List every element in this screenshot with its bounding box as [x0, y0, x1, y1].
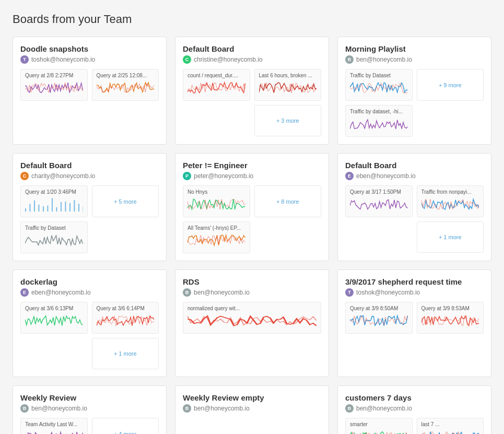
- owner-email: ben@honeycomb.io: [194, 289, 250, 296]
- board-content: Team Activity Last W...+ 4 moreTeam Acti…: [20, 418, 159, 434]
- chart-label: Query at 3/6 6:13PM: [25, 306, 83, 311]
- board-header: customers 7 daysBben@honeycomb.io: [345, 393, 484, 413]
- board-card-doodle-snapshots[interactable]: Doodle snapshotsTtoshok@honeycomb.ioQuer…: [13, 37, 167, 145]
- chart-tile[interactable]: Query at 3/6 6:13PM: [20, 302, 88, 334]
- board-card-default-board-3[interactable]: Default BoardEeben@honeycomb.ioQuery at …: [337, 153, 491, 261]
- board-name: Weekly Review: [20, 393, 159, 402]
- chart-tile[interactable]: Query at 3/17 1:50PM: [345, 185, 413, 217]
- owner-email: eben@honeycomb.io: [356, 172, 416, 180]
- avatar: B: [345, 404, 354, 413]
- board-content: smarterlast 7 ...+ 2 morelast 7 days: [345, 418, 484, 434]
- board-owner: Ttoshok@honeycomb.io: [345, 288, 484, 297]
- more-badge-bottom[interactable]: + 1 more: [92, 338, 159, 369]
- avatar: T: [345, 288, 354, 297]
- board-content: Query at 1/20 3:46PM+ 5 moreTraffic by D…: [20, 185, 159, 253]
- more-badge[interactable]: + 9 more: [417, 69, 484, 101]
- owner-email: eben@honeycomb.io: [31, 289, 91, 296]
- svg-rect-9: [65, 202, 66, 212]
- chart-tile[interactable]: Traffic by Dataset: [20, 221, 88, 253]
- sparkline-chart: [350, 197, 408, 212]
- chart-label: No Hnys: [187, 189, 245, 195]
- board-card-morning-playlist[interactable]: Morning PlaylistBben@honeycomb.ioTraffic…: [337, 37, 491, 145]
- more-badge[interactable]: + 8 more: [254, 185, 322, 217]
- chart-label: Query at 2/25 12:08...: [97, 73, 155, 78]
- board-content: Query at 3/17 1:50PMTraffic from nonpayi…: [345, 185, 484, 253]
- board-card-customers-7-days[interactable]: customers 7 daysBben@honeycomb.iosmarter…: [337, 385, 491, 434]
- board-card-peter-engineer[interactable]: Peter != EngineerPpeter@honeycomb.ioNo H…: [175, 153, 329, 261]
- more-badge-bottom[interactable]: + 3 more: [254, 105, 322, 136]
- board-name: Default Board: [20, 161, 159, 170]
- avatar: B: [345, 55, 354, 64]
- chart-tile[interactable]: Query at 3/9 8:50AM: [345, 302, 413, 334]
- chart-label: Team Activity Last W...: [25, 421, 83, 427]
- board-name: customers 7 days: [345, 393, 484, 402]
- chart-tile[interactable]: Query at 1/20 3:46PM: [20, 185, 88, 217]
- chart-tile[interactable]: All Teams' (-hnys) EP...: [183, 221, 250, 253]
- chart-label: Traffic by Dataset: [350, 73, 408, 78]
- chart-tile[interactable]: Query at 2/8 2:27PM: [20, 69, 88, 101]
- chart-label: smarter: [350, 421, 408, 427]
- chart-label: Query at 3/6 6:14PM: [97, 306, 155, 311]
- sparkline-chart: [421, 429, 479, 434]
- chart-tile[interactable]: Traffic by dataset, -hi...: [345, 105, 413, 137]
- svg-rect-5: [48, 206, 49, 212]
- avatar: B: [183, 288, 191, 297]
- more-badge[interactable]: + 5 more: [92, 185, 159, 217]
- board-content: Traffic by Dataset+ 9 moreTraffic by dat…: [345, 69, 484, 137]
- owner-email: toshok@honeycomb.io: [31, 56, 95, 63]
- board-header: Weekly ReviewBben@honeycomb.io: [20, 393, 159, 413]
- chart-tile[interactable]: Traffic from nonpayi...: [417, 185, 484, 217]
- board-content: Query at 3/6 6:13PMQuery at 3/6 6:14PM+ …: [20, 302, 159, 369]
- board-card-weekly-review[interactable]: Weekly ReviewBben@honeycomb.ioTeam Activ…: [13, 385, 167, 434]
- board-card-shepherd-request-time[interactable]: 3/9/2017 shepherd request timeTtoshok@ho…: [337, 269, 491, 377]
- board-card-weekly-review-empty[interactable]: Weekly Review emptyBben@honeycomb.io: [175, 385, 329, 434]
- chart-tile[interactable]: count / request_dur....: [183, 69, 250, 101]
- chart-label: normalized query wit...: [187, 306, 317, 311]
- chart-tile[interactable]: No Hnys: [183, 185, 250, 217]
- chart-tile[interactable]: Team Activity Last W...: [20, 418, 88, 434]
- board-header: 3/9/2017 shepherd request timeTtoshok@ho…: [345, 277, 484, 297]
- owner-email: christine@honeycomb.io: [194, 56, 263, 63]
- chart-tile[interactable]: last 7 ...: [417, 418, 484, 434]
- svg-rect-7: [56, 207, 57, 212]
- board-name: Weekly Review empty: [183, 393, 321, 402]
- board-owner: Ccharity@honeycomb.io: [20, 172, 159, 180]
- chart-tile[interactable]: Query at 3/6 6:14PM: [92, 302, 159, 334]
- chart-label: All Teams' (-hnys) EP...: [187, 225, 245, 231]
- more-badge-bottom[interactable]: + 1 more: [417, 221, 484, 253]
- svg-rect-4: [43, 206, 44, 212]
- board-card-default-board-1[interactable]: Default BoardCchristine@honeycomb.iocoun…: [175, 37, 329, 145]
- board-card-dockerlag[interactable]: dockerlagEeben@honeycomb.ioQuery at 3/6 …: [13, 269, 167, 377]
- board-card-rds[interactable]: RDSBben@honeycomb.ionormalized query wit…: [175, 269, 329, 377]
- chart-tile[interactable]: Query at 2/25 12:08...: [92, 69, 159, 101]
- chart-tile[interactable]: Traffic by Dataset: [345, 69, 413, 101]
- chart-tile[interactable]: smarter: [345, 418, 413, 434]
- chart-tile[interactable]: Last 6 hours, broken ...: [254, 69, 322, 101]
- chart-tile[interactable]: normalized query wit...: [183, 302, 321, 334]
- sparkline-chart: [350, 80, 408, 95]
- chart-label: Query at 3/17 1:50PM: [350, 189, 408, 195]
- svg-rect-3: [39, 205, 40, 212]
- more-badge[interactable]: + 4 more: [92, 418, 159, 434]
- board-owner: Cchristine@honeycomb.io: [183, 55, 321, 64]
- owner-email: peter@honeycomb.io: [194, 172, 253, 180]
- board-card-default-board-2[interactable]: Default BoardCcharity@honeycomb.ioQuery …: [13, 153, 167, 261]
- chart-label: Traffic by dataset, -hi...: [350, 109, 408, 114]
- sparkline-chart: [421, 197, 479, 212]
- chart-label: last 7 ...: [421, 421, 479, 427]
- sparkline-chart: [97, 313, 155, 328]
- svg-rect-2: [34, 201, 35, 212]
- sparkline-chart: [25, 313, 83, 328]
- board-header: Peter != EngineerPpeter@honeycomb.io: [183, 161, 321, 180]
- sparkline-chart: [259, 80, 317, 95]
- avatar: E: [20, 288, 29, 297]
- board-content: Query at 2/8 2:27PMQuery at 2/25 12:08..…: [20, 69, 159, 101]
- board-header: Morning PlaylistBben@honeycomb.io: [345, 44, 484, 64]
- board-name: Default Board: [345, 161, 484, 170]
- board-name: Doodle snapshots: [20, 44, 159, 53]
- chart-tile[interactable]: Query at 3/9 8:53AM: [417, 302, 484, 334]
- sparkline-chart: [350, 116, 408, 131]
- avatar: B: [183, 404, 191, 413]
- board-name: RDS: [183, 277, 321, 286]
- board-owner: Eeben@honeycomb.io: [20, 288, 159, 297]
